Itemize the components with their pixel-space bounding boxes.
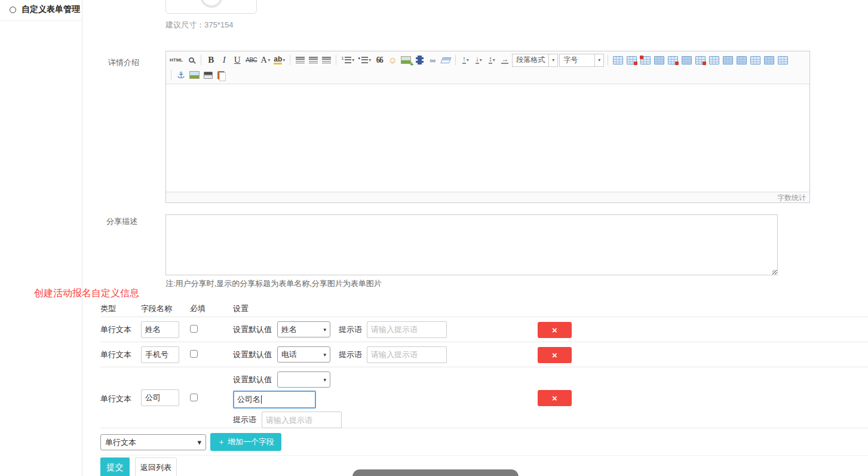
preview-icon[interactable] [185, 54, 197, 67]
field-settings-stack: 设置默认值 ▾ 公司名 提示语 [233, 371, 342, 431]
chevron-down-icon: ▾ [323, 352, 326, 358]
page: 自定义表单管理 建议尺寸：375*154 详情介绍 HTML B I U ABC… [0, 0, 868, 476]
insert-row-above-icon[interactable] [653, 54, 665, 67]
column-properties-icon[interactable] [777, 54, 789, 67]
column-header-field-name: 字段名称 [141, 303, 190, 314]
chevron-down-icon: ▾ [323, 377, 326, 383]
field-row: 单行文本 设置默认值 ▾ 公司名 提示语 [100, 367, 868, 428]
upload-size-hint: 建议尺寸：375*154 [165, 20, 233, 30]
add-field-row: 单行文本 ▾ ＋ 增加一个字段 [100, 428, 868, 456]
indent-icon[interactable]: → [499, 54, 511, 67]
share-description-textarea[interactable] [165, 214, 778, 275]
field-row: 单行文本 设置默认值 姓名 ▾ 提示语 × [100, 317, 868, 342]
delete-table-icon[interactable] [625, 54, 638, 67]
add-field-button-label: 增加一个字段 [228, 437, 274, 447]
default-value-select[interactable]: 姓名 ▾ [277, 321, 330, 337]
delete-field-button[interactable]: × [538, 322, 572, 338]
field-type: 单行文本 [100, 394, 141, 404]
insert-link-icon[interactable]: ∞ [427, 54, 438, 67]
chevron-down-icon: ▾ [323, 327, 326, 333]
column-header-settings: 设置 [233, 303, 249, 314]
default-value-text: 公司名 [237, 394, 260, 405]
add-field-button[interactable]: ＋ 增加一个字段 [210, 433, 281, 451]
insert-column-right-icon[interactable] [735, 54, 748, 67]
sidebar: 自定义表单管理 [0, 0, 82, 476]
default-value-select[interactable]: 电话 ▾ [277, 346, 330, 363]
align-right-icon[interactable] [320, 54, 332, 67]
toolbar-separator [290, 55, 290, 65]
row-properties-icon[interactable] [763, 54, 775, 67]
textarea-resize-handle[interactable] [772, 270, 777, 275]
insert-row-below-icon[interactable] [722, 54, 734, 67]
delete-row-icon[interactable] [667, 54, 679, 67]
insert-table-icon[interactable] [612, 54, 624, 67]
required-checkbox[interactable] [190, 350, 198, 358]
editor-content-area[interactable] [166, 84, 809, 192]
prompt-input[interactable] [262, 411, 342, 428]
sidebar-item-label: 自定义表单管理 [22, 4, 80, 15]
insert-column-left-icon[interactable] [680, 54, 693, 67]
default-value-line: 设置默认值 ▾ [233, 371, 342, 388]
eraser-icon[interactable] [440, 54, 452, 67]
line-height-icon[interactable]: ↕▾ [486, 54, 498, 67]
new-field-type-select[interactable]: 单行文本 ▾ [100, 434, 206, 450]
italic-icon[interactable]: I [218, 54, 230, 67]
blockquote-icon[interactable]: 66 [373, 53, 385, 67]
share-description-label: 分享描述 [106, 216, 137, 227]
merge-cells-icon[interactable] [708, 54, 720, 67]
strikethrough-icon[interactable]: ABC [244, 54, 258, 67]
rich-text-editor: HTML B I U ABC A▾ ab▾ ▾ ▾ 66 ☺ [165, 51, 810, 203]
column-header-type: 类型 [100, 303, 141, 314]
default-value-text-input[interactable]: 公司名 [233, 391, 316, 409]
default-value-select[interactable]: ▾ [277, 371, 330, 388]
default-value-selected: 电话 [281, 349, 297, 360]
image-map-icon[interactable] [188, 69, 201, 82]
default-value-label: 设置默认值 [233, 374, 272, 385]
required-checkbox[interactable] [190, 325, 198, 333]
field-name-input[interactable] [141, 321, 179, 338]
bold-icon[interactable]: B [205, 54, 217, 67]
custom-info-heading: 创建活动报名自定义信息 [34, 287, 139, 300]
submit-button[interactable]: 提交 [100, 457, 130, 476]
highlight-color-icon[interactable]: ab▾ [272, 54, 286, 67]
share-note: 注:用户分享时,显示的分享标题为表单名称,分享图片为表单图片 [165, 278, 382, 289]
sidebar-item-custom-form-management[interactable]: 自定义表单管理 [0, 0, 82, 21]
prompt-input[interactable] [367, 346, 447, 363]
html-source-icon[interactable]: HTML [168, 54, 184, 67]
align-top-icon[interactable]: ↑▾ [459, 54, 471, 67]
emoji-icon[interactable]: ☺ [387, 54, 398, 67]
default-value-selected: 姓名 [281, 324, 297, 335]
font-name-icon[interactable]: A▾ [259, 54, 271, 67]
text-cursor [261, 395, 262, 404]
split-cell-icon[interactable] [749, 54, 762, 67]
paste-icon[interactable] [215, 69, 227, 82]
prompt-input[interactable] [367, 321, 447, 338]
align-left-icon[interactable] [294, 54, 306, 67]
back-to-list-button[interactable]: 返回列表 [135, 457, 177, 476]
delete-column-icon[interactable] [694, 54, 707, 67]
print-icon[interactable] [202, 69, 214, 82]
insert-video-icon[interactable] [413, 54, 425, 67]
anchor-icon[interactable]: ⚓ [175, 69, 187, 82]
cover-image-upload[interactable] [165, 0, 257, 14]
detail-intro-label: 详情介绍 [108, 57, 139, 68]
field-name-input[interactable] [141, 346, 179, 363]
delete-field-button[interactable]: × [538, 390, 572, 406]
table-properties-icon[interactable] [639, 54, 652, 67]
insert-image-icon[interactable] [400, 54, 412, 67]
field-name-input[interactable] [141, 389, 179, 406]
required-checkbox[interactable] [190, 394, 198, 401]
paragraph-format-value: 段落格式 [513, 55, 548, 65]
new-field-type-selected: 单行文本 [105, 437, 136, 448]
ordered-list-icon[interactable]: ▾ [340, 54, 355, 67]
chevron-down-icon: ▾ [548, 54, 557, 66]
paragraph-format-select[interactable]: 段落格式 ▾ [512, 54, 558, 67]
word-count-label: 字数统计 [777, 194, 806, 202]
align-center-icon[interactable] [307, 54, 319, 67]
toolbar-separator [201, 55, 201, 65]
bullet-list-icon[interactable]: ▾ [357, 54, 372, 67]
underline-icon[interactable]: U [231, 54, 243, 67]
align-bottom-icon[interactable]: ↓▾ [473, 54, 484, 67]
font-size-select[interactable]: 字号 ▾ [559, 54, 604, 67]
delete-field-button[interactable]: × [538, 347, 572, 363]
